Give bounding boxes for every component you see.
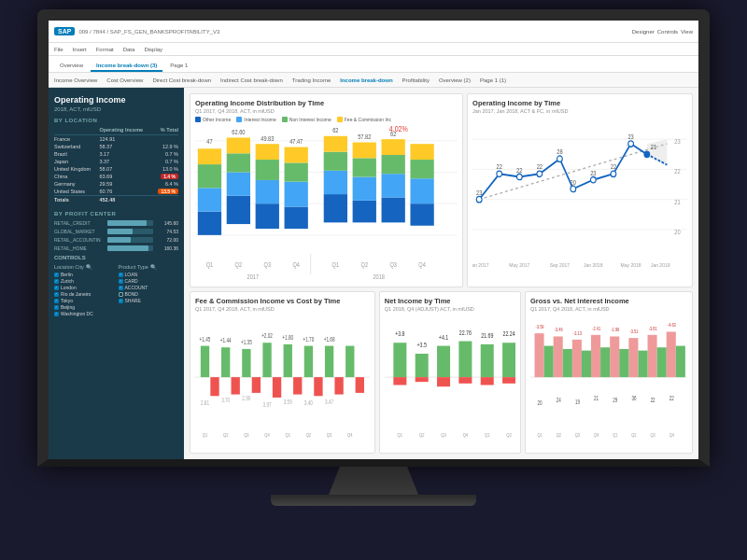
checkbox-beijing[interactable] xyxy=(54,305,59,310)
controls-title: CONTROLS xyxy=(54,255,178,260)
sec-nav-income-overview[interactable]: Income Overview xyxy=(54,77,97,83)
menu-data[interactable]: Data xyxy=(123,47,135,52)
menu-display[interactable]: Display xyxy=(144,47,162,52)
svg-text:Q3: Q3 xyxy=(389,260,397,268)
checkbox-loan[interactable] xyxy=(119,273,123,277)
pct-germany: 6.4 % xyxy=(153,180,178,188)
svg-text:Q3: Q3 xyxy=(327,431,332,438)
sec-nav-profitability[interactable]: Profitability xyxy=(402,77,430,83)
toolbar-buttons[interactable]: Designer Controls View xyxy=(632,29,693,35)
label-berlin: Berlin xyxy=(61,272,73,277)
profit-bar-global: GLOBAL_MARKET 74.53 xyxy=(54,229,178,234)
legend-label-other: Other Income xyxy=(203,117,231,122)
sec-nav-income-breakdown[interactable]: Income break-down xyxy=(340,77,392,83)
svg-rect-105 xyxy=(314,377,322,396)
tab-overview[interactable]: Overview xyxy=(54,61,89,72)
menu-format[interactable]: Format xyxy=(96,47,114,52)
checkbox-london[interactable] xyxy=(54,286,59,290)
view-btn[interactable]: View xyxy=(681,29,693,35)
checkbox-washington[interactable] xyxy=(54,312,59,316)
sec-nav-trading[interactable]: Trading Income xyxy=(292,77,331,83)
controls-btn[interactable]: Controls xyxy=(657,29,678,35)
designer-btn[interactable]: Designer xyxy=(632,29,655,35)
value-totals: 452.48 xyxy=(99,196,153,204)
checkbox-zurich[interactable] xyxy=(54,279,59,284)
svg-rect-31 xyxy=(353,177,376,201)
location-city-label: Location City xyxy=(54,264,84,270)
search-icon-location[interactable]: 🔍 xyxy=(86,264,92,270)
menu-file[interactable]: File xyxy=(54,47,63,52)
svg-text:23: 23 xyxy=(674,138,681,145)
svg-text:29: 29 xyxy=(613,397,617,403)
svg-rect-38 xyxy=(382,139,405,155)
svg-text:2018: 2018 xyxy=(373,273,385,280)
svg-text:22: 22 xyxy=(497,163,503,170)
checkbox-bond[interactable] xyxy=(119,292,123,297)
location-germany: Germany xyxy=(54,180,99,188)
tab-page1[interactable]: Page 1 xyxy=(164,61,193,72)
legend-label-noninterest: Non Interest Income xyxy=(289,117,331,122)
checkbox-berlin[interactable] xyxy=(54,273,59,277)
svg-rect-97 xyxy=(304,346,313,378)
svg-rect-170 xyxy=(656,348,666,378)
product-share: SHARE xyxy=(119,298,179,303)
svg-text:3.70: 3.70 xyxy=(221,398,230,404)
col-operating-income: Operating Income xyxy=(99,127,153,135)
svg-rect-132 xyxy=(415,354,428,377)
sec-nav-page1[interactable]: Page 1 (1) xyxy=(480,77,506,83)
svg-text:Q4: Q4 xyxy=(347,431,353,438)
profit-bar-retail-credit: RETAIL_CREDIT 145.60 xyxy=(54,220,178,226)
svg-text:-1.99: -1.99 xyxy=(611,327,619,333)
profit-label-global: GLOBAL_MARKET xyxy=(54,229,106,234)
svg-rect-11 xyxy=(227,153,250,172)
svg-rect-16 xyxy=(256,160,279,180)
svg-text:+3.8: +3.8 xyxy=(395,330,405,338)
checkbox-card[interactable] xyxy=(119,279,123,284)
profit-track-accounting xyxy=(107,237,153,243)
svg-text:47: 47 xyxy=(206,138,213,146)
svg-point-65 xyxy=(476,196,482,202)
checkbox-share[interactable] xyxy=(119,299,123,303)
pct-us: 13.5 % xyxy=(153,188,178,196)
svg-rect-37 xyxy=(382,155,405,174)
svg-text:3.97: 3.97 xyxy=(263,402,272,409)
chart3-svg: +1.45 +1.44 +1.35 +2.02 +1.80 +1.70 +1.6… xyxy=(195,315,370,448)
table-row: Totals 452.48 xyxy=(54,196,178,204)
svg-rect-4 xyxy=(198,212,221,235)
monitor-base xyxy=(271,495,476,506)
sec-nav-overview2[interactable]: Overview (2) xyxy=(439,77,471,83)
search-icon-product[interactable]: 🔍 xyxy=(150,264,157,270)
profit-value-home: 160.36 xyxy=(155,245,178,251)
sec-nav-direct-cost[interactable]: Direct Cost break-down xyxy=(152,77,211,83)
svg-rect-156 xyxy=(534,333,543,377)
svg-text:Q1: Q1 xyxy=(332,260,340,268)
svg-text:22: 22 xyxy=(516,166,523,173)
checkbox-rio[interactable] xyxy=(54,292,59,297)
svg-text:62: 62 xyxy=(332,127,339,134)
menu-insert[interactable]: Insert xyxy=(73,47,87,52)
sec-nav-indirect-cost[interactable]: Indirect Cost break-down xyxy=(220,77,283,83)
svg-rect-20 xyxy=(285,182,308,207)
table-row: Germany 29.59 6.4 % xyxy=(54,180,178,188)
sap-logo: SAP xyxy=(54,27,75,35)
label-london: London xyxy=(61,285,77,290)
nav-tabs: Overview Income break-down (3) Page 1 xyxy=(49,56,698,73)
legend-dot-interest xyxy=(236,117,242,122)
pct-france xyxy=(153,135,178,144)
pct-uk: 13.0 % xyxy=(153,165,178,173)
svg-point-70 xyxy=(571,186,576,191)
chart-income-distribution: Operating Income Distribution by Time Q1… xyxy=(190,93,463,287)
svg-text:2.81: 2.81 xyxy=(201,400,209,407)
svg-rect-171 xyxy=(676,346,685,378)
checkbox-account[interactable] xyxy=(119,286,123,290)
chart1-title: Operating Income Distribution by Time xyxy=(195,99,458,107)
checkbox-tokyo[interactable] xyxy=(54,299,59,303)
profit-bars: RETAIL_CREDIT 145.60 GLOBAL_MARKET 74. xyxy=(54,220,178,251)
sec-nav-cost-overview[interactable]: Cost Overview xyxy=(106,77,143,83)
profit-track-retail-credit xyxy=(107,220,153,226)
svg-text:Q2: Q2 xyxy=(631,431,636,438)
chart2-subtitle: Jan 2017, Jan 2018, ACT & FC, in mlUSD xyxy=(472,108,687,114)
tab-income-breakdown[interactable]: Income break-down (3) xyxy=(91,61,162,72)
svg-text:21: 21 xyxy=(674,198,681,204)
monitor-screen: SAP 009 / 7844 / SAP_FS_GEN_BANKSPROFITA… xyxy=(37,9,710,467)
